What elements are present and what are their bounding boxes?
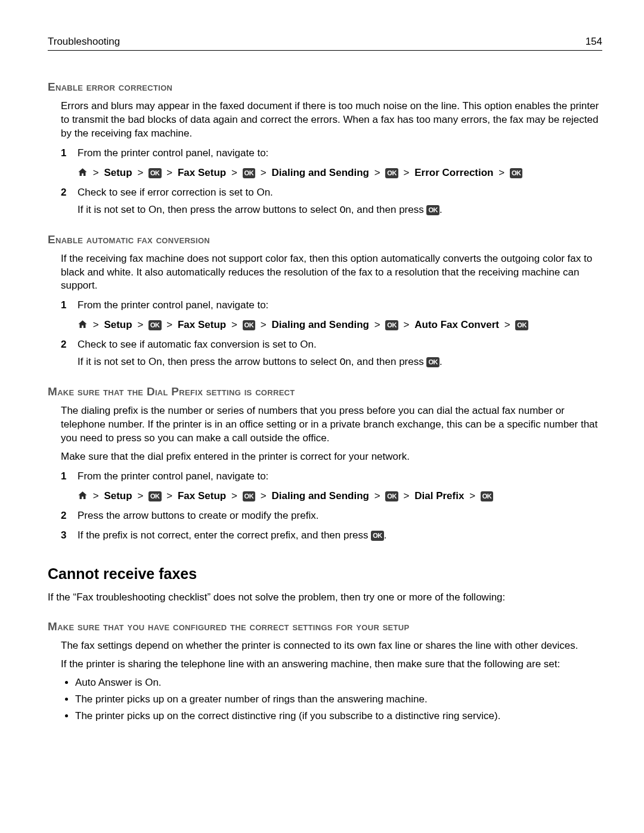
on-literal: On: [339, 357, 351, 368]
sec2-step2-sub: If it is not set to On, then press the a…: [78, 355, 602, 370]
nav-dialing-sending: Dialing and Sending: [272, 167, 369, 178]
ok-icon: OK: [385, 168, 398, 178]
nav-dial-prefix: Dial Prefix: [414, 490, 464, 501]
sec2-intro: If the receiving fax machine does not su…: [48, 252, 602, 293]
ok-icon: OK: [426, 205, 439, 215]
sec2-step2: Check to see if automatic fax conversion…: [61, 338, 602, 370]
ok-icon: OK: [426, 357, 439, 367]
sec4-intro: If the “Fax troubleshooting checklist” d…: [48, 591, 602, 605]
sec4-p2: If the printer is sharing the telephone …: [48, 658, 602, 671]
ok-icon: OK: [510, 168, 523, 178]
nav-fax-setup: Fax Setup: [178, 490, 226, 501]
heading-enable-error-correction: Enable error correction: [48, 80, 602, 94]
on-literal: On: [339, 205, 351, 216]
ok-icon: OK: [515, 320, 528, 330]
sec1-step1: From the printer control panel, navigate…: [61, 147, 602, 180]
bullet-item: The printer picks up on the correct dist…: [75, 709, 602, 723]
sec1-step2-text: Check to see if error correction is set …: [78, 187, 273, 198]
sec1-step2-sub: If it is not set to On, then press the a…: [78, 203, 602, 218]
heading-configured-settings: Make sure that you have configured the c…: [48, 620, 602, 633]
heading-enable-auto-fax-conversion: Enable automatic fax conversion: [48, 233, 602, 246]
nav-setup: Setup: [104, 167, 132, 178]
header-title: Troubleshooting: [48, 36, 120, 48]
sec3-step1-text: From the printer control panel, navigate…: [78, 470, 268, 482]
sec3-p2: Make sure that the dial prefix entered i…: [48, 450, 602, 464]
nav-auto-fax-convert: Auto Fax Convert: [414, 319, 499, 330]
sec4-p1: The fax settings depend on whether the p…: [48, 639, 602, 653]
page-body: Troubleshooting 154 Enable error correct…: [0, 0, 644, 773]
nav-dialing-sending: Dialing and Sending: [272, 319, 369, 330]
sec2-nav-path: > Setup > OK > Fax Setup > OK > Dialing …: [78, 318, 602, 332]
nav-fax-setup: Fax Setup: [178, 167, 226, 178]
sec3-nav-path: > Setup > OK > Fax Setup > OK > Dialing …: [78, 490, 602, 503]
home-icon: [78, 319, 88, 330]
nav-setup: Setup: [104, 490, 132, 501]
ok-icon: OK: [371, 531, 384, 541]
sec3-steps: From the printer control panel, navigate…: [61, 470, 602, 543]
nav-fax-setup: Fax Setup: [178, 319, 226, 330]
ok-icon: OK: [385, 491, 398, 501]
ok-icon: OK: [481, 491, 494, 501]
nav-dialing-sending: Dialing and Sending: [272, 490, 369, 501]
ok-icon: OK: [385, 320, 398, 330]
bullet-item: Auto Answer is On.: [75, 676, 602, 690]
sec1-step1-text: From the printer control panel, navigate…: [78, 147, 268, 159]
heading-dial-prefix: Make sure that the Dial Prefix setting i…: [48, 385, 602, 398]
ok-icon: OK: [148, 320, 162, 330]
sec2-steps: From the printer control panel, navigate…: [61, 299, 602, 370]
sec1-nav-path: > Setup > OK > Fax Setup > OK > Dialing …: [78, 166, 602, 180]
home-icon: [78, 167, 88, 178]
ok-icon: OK: [243, 320, 256, 330]
sec2-step2-text: Check to see if automatic fax conversion…: [78, 339, 317, 350]
sec3-step3: If the prefix is not correct, enter the …: [61, 529, 602, 543]
sec4-bullets: Auto Answer is On. The printer picks up …: [48, 676, 602, 723]
bullet-item: The printer picks up on a greater number…: [75, 692, 602, 707]
nav-setup: Setup: [104, 319, 132, 330]
sec3-p1: The dialing prefix is the number or seri…: [48, 404, 602, 445]
sec3-step1: From the printer control panel, navigate…: [61, 470, 602, 503]
heading-cannot-receive-faxes: Cannot receive faxes: [48, 565, 602, 583]
page-number: 154: [586, 36, 602, 48]
nav-error-correction: Error Correction: [414, 167, 493, 178]
home-icon: [78, 490, 88, 501]
ok-icon: OK: [243, 491, 256, 501]
sec2-step1-text: From the printer control panel, navigate…: [78, 299, 268, 311]
ok-icon: OK: [243, 168, 256, 178]
ok-icon: OK: [148, 168, 162, 178]
running-header: Troubleshooting 154: [48, 36, 602, 51]
ok-icon: OK: [148, 491, 162, 501]
sec2-step1: From the printer control panel, navigate…: [61, 299, 602, 332]
sec1-steps: From the printer control panel, navigate…: [61, 147, 602, 218]
sec1-intro: Errors and blurs may appear in the faxed…: [48, 100, 602, 141]
sec1-step2: Check to see if error correction is set …: [61, 186, 602, 218]
sec3-step2: Press the arrow buttons to create or mod…: [61, 509, 602, 523]
